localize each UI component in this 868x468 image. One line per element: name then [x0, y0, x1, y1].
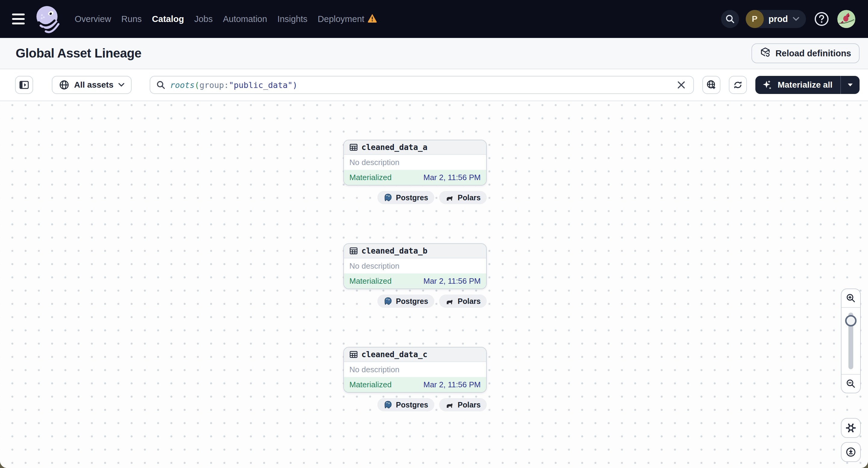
tag-label: Polars: [458, 193, 481, 202]
lineage-graph-canvas[interactable]: cleaned_data_a No description Materializ…: [0, 101, 868, 468]
user-avatar[interactable]: [837, 10, 855, 28]
query-token-colon: :: [224, 81, 229, 90]
zoom-slider[interactable]: [841, 308, 860, 374]
table-icon: [349, 350, 358, 359]
nav-item-runs[interactable]: Runs: [121, 14, 142, 24]
tag-postgres[interactable]: Postgres: [377, 294, 434, 308]
zoom-out-icon: [846, 379, 856, 388]
chevron-down-icon: [793, 17, 799, 21]
status-badge: Materialized: [349, 277, 392, 286]
reload-definitions-label: Reload definitions: [776, 49, 851, 58]
materialize-dropdown-button[interactable]: [841, 76, 860, 94]
asset-name: cleaned_data_a: [362, 143, 427, 152]
asset-tags: Postgres Polars: [343, 398, 487, 411]
warning-icon: [367, 13, 377, 25]
asset-node-group: cleaned_data_a No description Materializ…: [343, 140, 487, 204]
zoom-controls: [841, 288, 861, 393]
tag-label: Postgres: [396, 297, 428, 306]
navbar-right: P prod: [721, 10, 855, 28]
nav-item-insights[interactable]: Insights: [277, 14, 308, 24]
environment-avatar: P: [746, 10, 764, 28]
polars-icon: [445, 297, 454, 305]
refresh-button[interactable]: [729, 76, 747, 94]
materialize-all-label: Materialize all: [778, 80, 833, 90]
asset-node-cleaned-data-c[interactable]: cleaned_data_c No description Materializ…: [343, 347, 487, 393]
tag-polars[interactable]: Polars: [439, 294, 487, 308]
environment-switcher[interactable]: P prod: [746, 10, 806, 28]
tag-label: Polars: [458, 297, 481, 306]
dagster-app: Overview Runs Catalog Jobs Automation In…: [0, 0, 868, 468]
zoom-out-button[interactable]: [841, 375, 860, 393]
asset-node-group: cleaned_data_c No description Materializ…: [343, 347, 487, 411]
tag-postgres[interactable]: Postgres: [377, 398, 434, 411]
nav-item-automation[interactable]: Automation: [223, 14, 267, 24]
top-navbar: Overview Runs Catalog Jobs Automation In…: [0, 0, 868, 38]
query-token-function: roots: [170, 81, 194, 90]
tag-polars[interactable]: Polars: [439, 398, 487, 411]
zoom-slider-thumb[interactable]: [845, 315, 857, 326]
polars-icon: [445, 194, 454, 201]
nav-item-overview[interactable]: Overview: [75, 14, 111, 24]
reload-cube-icon: [760, 47, 771, 60]
query-token-paren-close: ): [292, 81, 297, 90]
nav-item-jobs[interactable]: Jobs: [194, 14, 213, 24]
postgres-icon: [383, 400, 393, 409]
polars-icon: [445, 401, 454, 409]
materialization-timestamp[interactable]: Mar 2, 11:56 PM: [424, 173, 481, 182]
reload-definitions-button[interactable]: Reload definitions: [751, 43, 860, 63]
filter-scope-button[interactable]: [702, 76, 720, 94]
asset-node-header: cleaned_data_c: [344, 347, 486, 362]
nav-item-deployment[interactable]: Deployment: [318, 13, 377, 25]
status-badge: Materialized: [349, 380, 392, 389]
tag-polars[interactable]: Polars: [439, 191, 487, 204]
asset-status-row: Materialized Mar 2, 11:56 PM: [344, 377, 486, 392]
open-panel-button[interactable]: [15, 76, 33, 94]
download-graph-button[interactable]: [841, 442, 861, 462]
materialization-timestamp[interactable]: Mar 2, 11:56 PM: [424, 380, 481, 389]
environment-name: prod: [769, 14, 788, 24]
lineage-toolbar: All assets roots(group:"public_data"): [0, 69, 868, 101]
materialization-timestamp[interactable]: Mar 2, 11:56 PM: [424, 277, 481, 286]
table-icon: [349, 143, 358, 152]
asset-node-group: cleaned_data_b No description Materializ…: [343, 243, 487, 308]
hamburger-menu-icon[interactable]: [12, 13, 27, 24]
postgres-icon: [383, 297, 393, 306]
asset-search-input[interactable]: roots(group:"public_data"): [150, 76, 694, 94]
asset-tags: Postgres Polars: [343, 294, 487, 308]
graph-settings-button[interactable]: [841, 418, 861, 438]
globe-icon: [59, 80, 69, 90]
search-query-text: roots(group:"public_data"): [170, 81, 298, 90]
asset-name: cleaned_data_c: [362, 350, 427, 359]
help-icon[interactable]: [813, 10, 831, 28]
tag-label: Polars: [458, 401, 481, 409]
materialize-all-main[interactable]: Materialize all: [755, 76, 840, 94]
asset-description: No description: [344, 258, 486, 274]
caret-down-icon: [847, 83, 853, 87]
chevron-down-icon: [118, 83, 124, 87]
asset-scope-dropdown[interactable]: All assets: [52, 76, 132, 94]
clear-search-icon[interactable]: [675, 78, 688, 92]
primary-nav: Overview Runs Catalog Jobs Automation In…: [75, 13, 377, 25]
asset-description: No description: [344, 155, 486, 170]
search-icon[interactable]: [721, 10, 739, 28]
asset-node-cleaned-data-a[interactable]: cleaned_data_a No description Materializ…: [343, 140, 487, 186]
asset-node-cleaned-data-b[interactable]: cleaned_data_b No description Materializ…: [343, 243, 487, 289]
tag-label: Postgres: [396, 193, 428, 202]
asset-tags: Postgres Polars: [343, 191, 487, 204]
query-token-string: "public_data": [229, 81, 292, 90]
query-token-paren-open: (: [194, 81, 199, 90]
query-token-key: group: [199, 81, 224, 90]
nav-item-catalog[interactable]: Catalog: [152, 14, 184, 24]
status-badge: Materialized: [349, 173, 392, 182]
asset-status-row: Materialized Mar 2, 11:56 PM: [344, 170, 486, 185]
zoom-in-button[interactable]: [841, 289, 860, 307]
tag-postgres[interactable]: Postgres: [377, 191, 434, 204]
panel-expand-icon: [19, 80, 29, 90]
nav-item-deployment-label: Deployment: [318, 14, 365, 24]
download-icon: [845, 447, 856, 458]
dagster-logo-icon[interactable]: [34, 4, 61, 33]
asset-description: No description: [344, 362, 486, 377]
postgres-icon: [383, 193, 393, 202]
materialize-all-button[interactable]: Materialize all: [755, 76, 860, 94]
asset-status-row: Materialized Mar 2, 11:56 PM: [344, 274, 486, 288]
